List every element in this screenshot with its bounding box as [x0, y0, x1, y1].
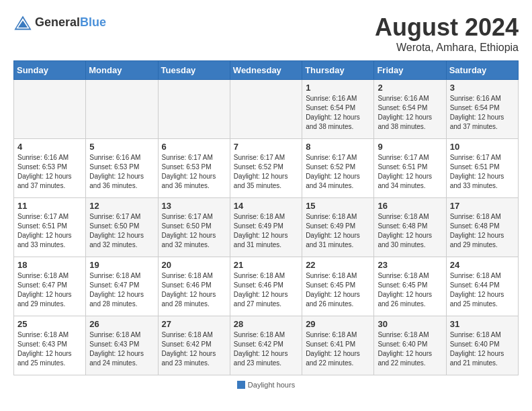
calendar-cell — [158, 80, 230, 139]
day-info: Sunrise: 6:16 AM Sunset: 6:54 PM Dayligh… — [306, 94, 370, 132]
calendar-week-row: 4Sunrise: 6:16 AM Sunset: 6:53 PM Daylig… — [14, 139, 519, 198]
day-info: Sunrise: 6:18 AM Sunset: 6:42 PM Dayligh… — [234, 330, 298, 368]
month-year: August 2024 — [375, 13, 519, 42]
calendar-cell: 3Sunrise: 6:16 AM Sunset: 6:54 PM Daylig… — [446, 80, 518, 139]
calendar-cell: 19Sunrise: 6:18 AM Sunset: 6:47 PM Dayli… — [86, 257, 158, 316]
calendar-week-row: 25Sunrise: 6:18 AM Sunset: 6:43 PM Dayli… — [14, 316, 519, 375]
calendar-cell: 1Sunrise: 6:16 AM Sunset: 6:54 PM Daylig… — [302, 80, 374, 139]
day-info: Sunrise: 6:18 AM Sunset: 6:42 PM Dayligh… — [162, 330, 226, 368]
calendar-cell: 9Sunrise: 6:17 AM Sunset: 6:51 PM Daylig… — [374, 139, 446, 198]
day-number: 8 — [306, 142, 370, 152]
day-number: 18 — [17, 260, 82, 270]
calendar-cell: 4Sunrise: 6:16 AM Sunset: 6:53 PM Daylig… — [14, 139, 86, 198]
day-number: 1 — [306, 83, 370, 93]
calendar-day-header: Sunday — [14, 61, 86, 80]
day-number: 31 — [450, 319, 515, 329]
calendar-cell: 15Sunrise: 6:18 AM Sunset: 6:49 PM Dayli… — [302, 198, 374, 257]
location: Werota, Amhara, Ethiopia — [375, 42, 519, 54]
day-info: Sunrise: 6:18 AM Sunset: 6:41 PM Dayligh… — [306, 330, 370, 368]
day-info: Sunrise: 6:18 AM Sunset: 6:47 PM Dayligh… — [17, 271, 82, 309]
day-number: 27 — [162, 319, 226, 329]
calendar-cell — [14, 80, 86, 139]
calendar-cell: 27Sunrise: 6:18 AM Sunset: 6:42 PM Dayli… — [158, 316, 230, 375]
day-number: 25 — [17, 319, 82, 329]
day-info: Sunrise: 6:17 AM Sunset: 6:53 PM Dayligh… — [162, 153, 226, 191]
calendar-cell: 26Sunrise: 6:18 AM Sunset: 6:43 PM Dayli… — [86, 316, 158, 375]
calendar-cell: 21Sunrise: 6:18 AM Sunset: 6:46 PM Dayli… — [230, 257, 302, 316]
day-info: Sunrise: 6:16 AM Sunset: 6:54 PM Dayligh… — [450, 94, 515, 132]
logo-icon — [13, 13, 32, 32]
calendar-header-row: SundayMondayTuesdayWednesdayThursdayFrid… — [14, 61, 519, 80]
calendar-cell: 13Sunrise: 6:17 AM Sunset: 6:50 PM Dayli… — [158, 198, 230, 257]
day-number: 9 — [378, 142, 442, 152]
day-number: 23 — [378, 260, 442, 270]
daylight-label: Daylight hours — [248, 381, 295, 389]
day-number: 17 — [450, 201, 515, 211]
calendar-day-header: Saturday — [446, 61, 518, 80]
day-info: Sunrise: 6:17 AM Sunset: 6:50 PM Dayligh… — [89, 212, 154, 250]
calendar-cell: 6Sunrise: 6:17 AM Sunset: 6:53 PM Daylig… — [158, 139, 230, 198]
day-number: 20 — [162, 260, 226, 270]
day-info: Sunrise: 6:18 AM Sunset: 6:40 PM Dayligh… — [450, 330, 515, 368]
day-info: Sunrise: 6:18 AM Sunset: 6:48 PM Dayligh… — [450, 212, 515, 250]
calendar-cell: 23Sunrise: 6:18 AM Sunset: 6:45 PM Dayli… — [374, 257, 446, 316]
day-number: 16 — [378, 201, 442, 211]
calendar-cell: 31Sunrise: 6:18 AM Sunset: 6:40 PM Dayli… — [446, 316, 518, 375]
calendar-cell: 24Sunrise: 6:18 AM Sunset: 6:44 PM Dayli… — [446, 257, 518, 316]
day-info: Sunrise: 6:17 AM Sunset: 6:51 PM Dayligh… — [17, 212, 82, 250]
day-info: Sunrise: 6:16 AM Sunset: 6:53 PM Dayligh… — [89, 153, 154, 191]
day-number: 24 — [450, 260, 515, 270]
calendar-cell: 16Sunrise: 6:18 AM Sunset: 6:48 PM Dayli… — [374, 198, 446, 257]
calendar-table: SundayMondayTuesdayWednesdayThursdayFrid… — [13, 60, 519, 375]
calendar-week-row: 18Sunrise: 6:18 AM Sunset: 6:47 PM Dayli… — [14, 257, 519, 316]
day-number: 11 — [17, 201, 82, 211]
day-info: Sunrise: 6:18 AM Sunset: 6:49 PM Dayligh… — [234, 212, 298, 250]
day-info: Sunrise: 6:18 AM Sunset: 6:45 PM Dayligh… — [306, 271, 370, 309]
day-info: Sunrise: 6:18 AM Sunset: 6:46 PM Dayligh… — [234, 271, 298, 309]
day-number: 10 — [450, 142, 515, 152]
day-number: 26 — [89, 319, 154, 329]
footer: Daylight hours — [13, 381, 519, 390]
day-info: Sunrise: 6:18 AM Sunset: 6:43 PM Dayligh… — [17, 330, 82, 368]
calendar-cell: 20Sunrise: 6:18 AM Sunset: 6:46 PM Dayli… — [158, 257, 230, 316]
day-number: 5 — [89, 142, 154, 152]
day-info: Sunrise: 6:17 AM Sunset: 6:51 PM Dayligh… — [450, 153, 515, 191]
calendar-cell: 25Sunrise: 6:18 AM Sunset: 6:43 PM Dayli… — [14, 316, 86, 375]
calendar-day-header: Tuesday — [158, 61, 230, 80]
daylight-legend-box — [237, 381, 245, 389]
calendar-cell: 30Sunrise: 6:18 AM Sunset: 6:40 PM Dayli… — [374, 316, 446, 375]
calendar-week-row: 11Sunrise: 6:17 AM Sunset: 6:51 PM Dayli… — [14, 198, 519, 257]
day-number: 7 — [234, 142, 298, 152]
calendar-cell: 8Sunrise: 6:17 AM Sunset: 6:52 PM Daylig… — [302, 139, 374, 198]
calendar-cell: 22Sunrise: 6:18 AM Sunset: 6:45 PM Dayli… — [302, 257, 374, 316]
calendar-cell: 7Sunrise: 6:17 AM Sunset: 6:52 PM Daylig… — [230, 139, 302, 198]
day-info: Sunrise: 6:18 AM Sunset: 6:40 PM Dayligh… — [378, 330, 442, 368]
day-number: 6 — [162, 142, 226, 152]
day-number: 3 — [450, 83, 515, 93]
day-info: Sunrise: 6:16 AM Sunset: 6:53 PM Dayligh… — [17, 153, 82, 191]
logo: GeneralBlue — [13, 13, 106, 32]
day-number: 28 — [234, 319, 298, 329]
day-info: Sunrise: 6:18 AM Sunset: 6:44 PM Dayligh… — [450, 271, 515, 309]
day-info: Sunrise: 6:17 AM Sunset: 6:52 PM Dayligh… — [234, 153, 298, 191]
day-number: 15 — [306, 201, 370, 211]
day-info: Sunrise: 6:18 AM Sunset: 6:43 PM Dayligh… — [89, 330, 154, 368]
day-number: 19 — [89, 260, 154, 270]
calendar-cell: 12Sunrise: 6:17 AM Sunset: 6:50 PM Dayli… — [86, 198, 158, 257]
day-number: 22 — [306, 260, 370, 270]
day-number: 13 — [162, 201, 226, 211]
day-number: 2 — [378, 83, 442, 93]
header: GeneralBlue August 2024 Werota, Amhara, … — [13, 13, 519, 54]
calendar-cell: 14Sunrise: 6:18 AM Sunset: 6:49 PM Dayli… — [230, 198, 302, 257]
daylight-legend: Daylight hours — [237, 381, 295, 389]
day-number: 21 — [234, 260, 298, 270]
calendar-cell — [86, 80, 158, 139]
day-number: 14 — [234, 201, 298, 211]
day-number: 30 — [378, 319, 442, 329]
calendar-cell: 29Sunrise: 6:18 AM Sunset: 6:41 PM Dayli… — [302, 316, 374, 375]
calendar-week-row: 1Sunrise: 6:16 AM Sunset: 6:54 PM Daylig… — [14, 80, 519, 139]
calendar-cell: 28Sunrise: 6:18 AM Sunset: 6:42 PM Dayli… — [230, 316, 302, 375]
day-number: 4 — [17, 142, 82, 152]
day-info: Sunrise: 6:18 AM Sunset: 6:47 PM Dayligh… — [89, 271, 154, 309]
calendar-cell: 2Sunrise: 6:16 AM Sunset: 6:54 PM Daylig… — [374, 80, 446, 139]
